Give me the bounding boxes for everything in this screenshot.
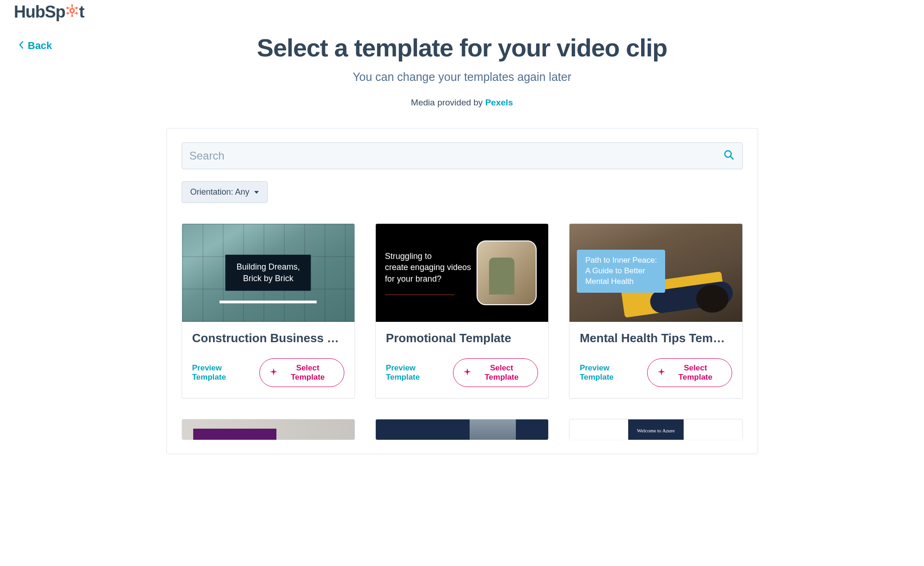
card-body: Construction Business Te… Preview Templa… — [182, 322, 355, 398]
media-prefix: Media provided by — [411, 98, 485, 107]
template-card — [182, 419, 355, 440]
back-label: Back — [28, 40, 52, 52]
template-thumbnail[interactable]: Welcome to Azure — [569, 419, 742, 440]
template-container: Orientation: Any Building Dreams, Brick … — [166, 128, 758, 454]
sparkle-icon — [464, 368, 471, 378]
page-title: Select a template for your video clip — [14, 33, 910, 62]
page-subtitle: You can change your templates again late… — [14, 70, 910, 84]
sparkle-icon — [270, 368, 277, 378]
media-attribution: Media provided by Pexels — [14, 98, 910, 108]
select-template-button[interactable]: Select Template — [647, 358, 732, 387]
svg-rect-7 — [72, 6, 73, 9]
hubspot-logo: HubSpt — [14, 2, 910, 24]
thumbnail-head — [696, 285, 728, 313]
template-thumbnail[interactable] — [376, 419, 548, 440]
back-button[interactable]: Back — [18, 40, 52, 52]
header: HubSpt — [0, 0, 924, 24]
template-thumbnail[interactable]: Path to Inner Peace: A Guide to Better M… — [569, 224, 742, 322]
card-actions: Preview Template Select Template — [580, 358, 732, 387]
preview-template-link[interactable]: Preview Template — [192, 363, 251, 382]
thumbnail-photo — [477, 240, 537, 305]
chevron-left-icon — [18, 41, 24, 51]
select-template-label: Select Template — [476, 363, 527, 382]
caret-down-icon — [254, 191, 259, 194]
card-body: Mental Health Tips Temp… Preview Templat… — [569, 322, 742, 398]
template-thumbnail[interactable] — [182, 419, 355, 440]
media-provider-link[interactable]: Pexels — [485, 98, 513, 107]
template-title: Mental Health Tips Temp… — [580, 331, 732, 345]
template-title: Promotional Template — [386, 331, 538, 345]
thumbnail-rule — [220, 301, 317, 303]
thumbnail-caption: Building Dreams, Brick by Brick — [226, 255, 311, 291]
template-thumbnail[interactable]: Struggling to create engaging videos for… — [376, 224, 548, 322]
svg-rect-10 — [72, 12, 73, 15]
template-card — [375, 419, 549, 440]
template-thumbnail[interactable]: Building Dreams, Brick by Brick — [182, 224, 355, 322]
card-actions: Preview Template Select Template — [386, 358, 538, 387]
select-template-label: Select Template — [282, 363, 334, 382]
sparkle-icon — [658, 368, 665, 378]
thumbnail-caption: Struggling to create engaging videos for… — [385, 251, 471, 284]
search-icon[interactable] — [723, 149, 734, 162]
template-card: Struggling to create engaging videos for… — [375, 223, 549, 399]
card-actions: Preview Template Select Template — [192, 358, 344, 387]
orientation-filter-button[interactable]: Orientation: Any — [182, 181, 268, 203]
search-wrapper — [182, 142, 743, 169]
select-template-button[interactable]: Select Template — [259, 358, 344, 387]
select-template-button[interactable]: Select Template — [453, 358, 538, 387]
search-input[interactable] — [182, 142, 743, 169]
preview-template-link[interactable]: Preview Template — [580, 363, 638, 382]
card-body: Promotional Template Preview Template Se… — [376, 322, 548, 398]
template-title: Construction Business Te… — [192, 331, 344, 345]
thumbnail-caption: Welcome to Azure — [628, 419, 684, 440]
select-template-label: Select Template — [670, 363, 722, 382]
thumbnail-rule — [385, 295, 454, 295]
sprocket-icon — [66, 2, 79, 21]
template-card: Path to Inner Peace: A Guide to Better M… — [569, 223, 742, 399]
page-header: Back Select a template for your video cl… — [0, 24, 924, 117]
svg-line-15 — [730, 157, 733, 160]
orientation-filter-label: Orientation: Any — [190, 187, 250, 197]
template-grid: Building Dreams, Brick by Brick Construc… — [182, 223, 743, 440]
template-card: Welcome to Azure — [569, 419, 742, 440]
svg-point-13 — [71, 10, 73, 12]
preview-template-link[interactable]: Preview Template — [386, 363, 445, 382]
template-card: Building Dreams, Brick by Brick Construc… — [182, 223, 355, 399]
thumbnail-caption: Path to Inner Peace: A Guide to Better M… — [577, 250, 665, 293]
